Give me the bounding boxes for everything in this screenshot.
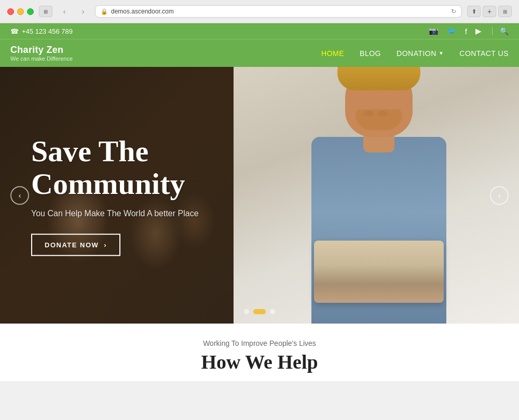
new-tab-button[interactable]: + — [483, 6, 496, 17]
slider-dot-3[interactable] — [270, 309, 275, 314]
slider-next-button[interactable]: › — [490, 186, 509, 205]
person-hair — [337, 67, 420, 90]
back-button[interactable]: ‹ — [58, 6, 71, 17]
bottom-section: Working To Improve People's Lives How We… — [0, 324, 519, 381]
facebook-icon[interactable]: f — [465, 27, 467, 36]
tabs-button[interactable]: ⊞ — [498, 6, 512, 17]
reload-icon[interactable]: ↻ — [451, 8, 456, 15]
nav-links: HOME BLOG DONATION ▼ CONTACT US — [321, 49, 509, 58]
donate-button[interactable]: DONATE NOW › — [31, 234, 120, 256]
browser-chrome: ⊞ ‹ › 🔒 demos.ascendoor.com ↻ ⬆ + ⊞ — [0, 0, 519, 23]
nav-home[interactable]: HOME — [321, 49, 344, 58]
nav-donation[interactable]: DONATION ▼ — [397, 49, 444, 58]
bottom-tagline: Working To Improve People's Lives — [10, 339, 509, 347]
minimize-button[interactable] — [17, 8, 24, 15]
maximize-button[interactable] — [27, 8, 34, 15]
traffic-lights — [7, 8, 34, 15]
phone-number: +45 123 456 789 — [22, 27, 73, 35]
slider-dot-2[interactable] — [253, 309, 266, 314]
url-text: demos.ascendoor.com — [111, 8, 174, 15]
hero-title: Save The Community — [31, 134, 239, 201]
browser-actions: ⬆ + ⊞ — [467, 6, 512, 17]
dropdown-arrow-icon: ▼ — [439, 50, 444, 56]
close-button[interactable] — [7, 8, 14, 15]
bottom-title: How We Help — [10, 352, 509, 373]
brand-name[interactable]: Charity Zen — [10, 45, 73, 55]
top-bar: ☎ +45 123 456 789 📷 🐦 f ▶ 🔍 — [0, 23, 519, 39]
instagram-icon[interactable]: 📷 — [429, 26, 439, 36]
slider-dots — [244, 309, 275, 314]
clothes-bundle — [314, 241, 444, 303]
website: ☎ +45 123 456 789 📷 🐦 f ▶ 🔍 Charity Zen … — [0, 23, 519, 381]
social-links: 📷 🐦 f ▶ 🔍 — [429, 26, 509, 36]
forward-button[interactable]: › — [76, 6, 90, 17]
brand-tagline: We can make Difference — [10, 55, 73, 62]
nav-contact[interactable]: CONTACT US — [459, 49, 509, 58]
navbar: Charity Zen We can make Difference HOME … — [0, 39, 519, 67]
hero-subtitle: You Can Help Make The World A better Pla… — [31, 209, 239, 218]
twitter-icon[interactable]: 🐦 — [447, 26, 457, 36]
grid-view-button[interactable]: ⊞ — [39, 6, 52, 17]
lock-icon: 🔒 — [101, 8, 108, 15]
search-icon[interactable]: 🔍 — [492, 27, 509, 35]
person-beard — [356, 109, 402, 130]
browser-titlebar: ⊞ ‹ › 🔒 demos.ascendoor.com ↻ ⬆ + ⊞ — [0, 0, 519, 23]
address-bar[interactable]: 🔒 demos.ascendoor.com ↻ — [95, 5, 462, 18]
hero-person-image — [270, 67, 488, 324]
hero-content: Save The Community You Can Help Make The… — [31, 134, 239, 256]
slider-prev-button[interactable]: ‹ — [10, 186, 29, 205]
youtube-icon[interactable]: ▶ — [475, 26, 482, 36]
slider-dot-1[interactable] — [244, 309, 249, 314]
donate-arrow-icon: › — [104, 241, 107, 249]
phone-icon: ☎ — [10, 27, 19, 35]
hero-section: Save The Community You Can Help Make The… — [0, 67, 519, 324]
phone-info: ☎ +45 123 456 789 — [10, 27, 73, 35]
brand-logo: Charity Zen We can make Difference — [10, 45, 73, 62]
nav-blog[interactable]: BLOG — [360, 49, 381, 58]
donate-label: DONATE NOW — [45, 241, 99, 249]
share-button[interactable]: ⬆ — [467, 6, 481, 17]
